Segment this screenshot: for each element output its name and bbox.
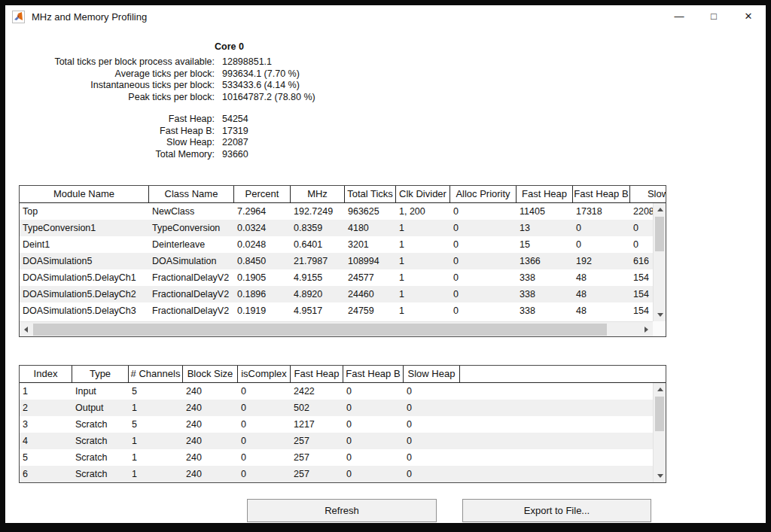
- core-title: Core 0: [215, 41, 244, 52]
- column-header[interactable]: # Channels: [129, 366, 183, 382]
- column-header[interactable]: Fast Heap B: [343, 366, 404, 382]
- table-cell: 0: [404, 383, 460, 400]
- table-cell: 21.7987: [291, 253, 345, 269]
- table-cell: 24460: [345, 286, 396, 302]
- table-row[interactable]: DOASimulation5.DelayCh3FractionalDelayV2…: [20, 302, 666, 319]
- column-header[interactable]: Total Ticks: [345, 186, 396, 202]
- table-row[interactable]: 3Scratch52400121700: [20, 416, 666, 433]
- vertical-scrollbar-thumb[interactable]: [655, 217, 664, 251]
- table-cell: 15: [517, 236, 573, 253]
- table-row[interactable]: TopNewClass7.2964192.72499636251, 200011…: [20, 203, 666, 220]
- table-cell: Scratch: [72, 416, 129, 433]
- column-header[interactable]: Type: [72, 366, 129, 382]
- table-cell: 0.1919: [234, 302, 291, 319]
- column-header[interactable]: Slow: [630, 186, 666, 202]
- export-to-file-button[interactable]: Export to File...: [462, 499, 651, 522]
- table-row[interactable]: 5Scratch1240025700: [20, 449, 666, 466]
- stat-label: Average ticks per block:: [5, 68, 215, 81]
- horizontal-scrollbar-thumb[interactable]: [33, 324, 607, 336]
- stat-value: 533433.6 (4.14 %): [222, 80, 300, 92]
- column-header[interactable]: MHz: [291, 186, 345, 202]
- stat-row: Instantaneous ticks per block: 533433.6 …: [5, 80, 315, 92]
- scroll-down-icon[interactable]: [654, 470, 666, 482]
- table-cell: 0: [343, 466, 404, 482]
- module-table-vertical-scrollbar[interactable]: [653, 203, 666, 321]
- column-header[interactable]: Clk Divider: [396, 186, 450, 202]
- table-cell: 0: [343, 449, 404, 466]
- table-row[interactable]: 1Input52400242200: [20, 383, 666, 400]
- close-button[interactable]: ✕: [731, 5, 766, 28]
- table-cell: 0: [343, 383, 404, 400]
- scroll-up-icon[interactable]: [654, 383, 666, 396]
- stat-row: Total ticks per block process available:…: [5, 56, 315, 68]
- scroll-right-icon[interactable]: [640, 323, 653, 336]
- table-cell: 0.0248: [234, 236, 291, 253]
- scroll-down-icon[interactable]: [654, 309, 666, 321]
- table-cell: 1: [396, 302, 450, 319]
- module-table-header: Module NameClass NamePercentMHzTotal Tic…: [20, 186, 666, 203]
- scrollbar-corner: [653, 321, 666, 336]
- table-cell: 0: [238, 449, 291, 466]
- minimize-button[interactable]: —: [662, 5, 696, 28]
- table-cell: DOASimulation5.DelayCh2: [20, 286, 149, 302]
- scroll-left-icon[interactable]: [20, 323, 32, 336]
- column-header[interactable]: Fast Heap B: [573, 186, 630, 202]
- column-header[interactable]: Block Size: [183, 366, 238, 382]
- table-cell: 0: [450, 236, 517, 253]
- table-cell: Scratch: [72, 433, 129, 449]
- table-cell: Top: [20, 203, 149, 220]
- buffer-table-vertical-scrollbar[interactable]: [653, 383, 666, 482]
- table-row[interactable]: DOASimulation5.DelayCh2FractionalDelayV2…: [20, 286, 666, 302]
- maximize-button[interactable]: □: [696, 5, 731, 28]
- table-cell: 0: [343, 400, 404, 416]
- table-cell: 7.2964: [234, 203, 291, 220]
- table-cell: 1: [396, 269, 450, 286]
- module-table-horizontal-scrollbar[interactable]: [20, 321, 653, 336]
- stat-value: 993634.1 (7.70 %): [222, 68, 300, 81]
- table-cell: DOASimulation5.DelayCh1: [20, 269, 149, 286]
- column-header[interactable]: isComplex: [238, 366, 291, 382]
- column-header[interactable]: Slow Heap: [404, 366, 460, 382]
- table-cell: 0: [238, 383, 291, 400]
- table-cell: 17318: [573, 203, 630, 220]
- table-cell: TypeConversion: [149, 220, 234, 236]
- table-cell: 24577: [345, 269, 396, 286]
- scroll-up-icon[interactable]: [654, 203, 666, 216]
- table-cell: TypeConversion1: [20, 220, 149, 236]
- table-cell: 0.8450: [234, 253, 291, 269]
- table-row[interactable]: 4Scratch1240025700: [20, 433, 666, 449]
- column-header[interactable]: Fast Heap: [517, 186, 573, 202]
- table-row[interactable]: DOASimulation5.DelayCh1FractionalDelayV2…: [20, 269, 666, 286]
- table-cell: 1: [396, 236, 450, 253]
- table-cell: 0: [238, 416, 291, 433]
- table-row[interactable]: Deint1Deinterleave0.02480.64013201101500: [20, 236, 666, 253]
- vertical-scrollbar-thumb[interactable]: [655, 397, 664, 431]
- stat-label: Peak ticks per block:: [5, 92, 215, 104]
- table-cell: 48: [573, 302, 630, 319]
- table-row[interactable]: 2Output1240050200: [20, 400, 666, 416]
- table-cell: 0: [238, 433, 291, 449]
- table-cell: 1366: [517, 253, 573, 269]
- table-row[interactable]: DOASimulation5DOASimulation0.845021.7987…: [20, 253, 666, 269]
- table-cell: Scratch: [72, 449, 129, 466]
- window-controls: — □ ✕: [662, 5, 766, 28]
- table-cell: 1: [129, 400, 183, 416]
- table-row[interactable]: TypeConversion1TypeConversion0.03240.835…: [20, 220, 666, 236]
- table-cell: 3201: [345, 236, 396, 253]
- table-row[interactable]: 6Scratch1240025700: [20, 466, 666, 482]
- table-cell: 257: [291, 449, 343, 466]
- column-header[interactable]: Index: [20, 366, 72, 382]
- table-cell: 0.6401: [291, 236, 345, 253]
- column-header[interactable]: Module Name: [20, 186, 149, 202]
- column-header[interactable]: Class Name: [149, 186, 234, 202]
- stat-value: 12898851.1: [222, 56, 272, 68]
- table-cell: 240: [183, 466, 238, 482]
- column-header[interactable]: Alloc Priority: [450, 186, 517, 202]
- column-header[interactable]: Percent: [234, 186, 291, 202]
- table-cell: 1, 200: [396, 203, 450, 220]
- refresh-button[interactable]: Refresh: [247, 499, 437, 522]
- table-cell: Deint1: [20, 236, 149, 253]
- column-header[interactable]: Fast Heap: [291, 366, 343, 382]
- titlebar[interactable]: MHz and Memory Profiling — □ ✕: [5, 5, 766, 28]
- module-table-body: TopNewClass7.2964192.72499636251, 200011…: [20, 203, 666, 321]
